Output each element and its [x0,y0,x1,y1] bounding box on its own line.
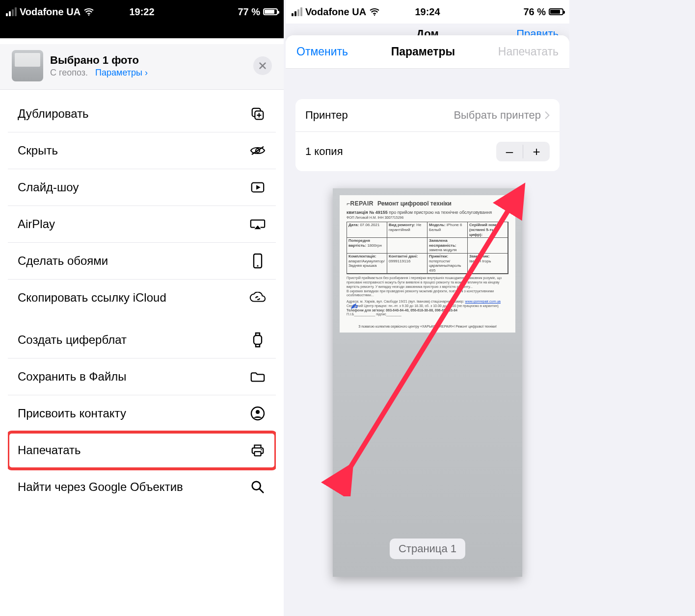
svg-point-14 [374,14,375,15]
doc-title: Ремонт цифрової техніки [377,200,452,208]
wifi-icon [83,8,94,16]
share-header: Выбрано 1 фото С геопоз. Параметры › [0,44,284,90]
print-preview[interactable]: ⌐REPAIR Ремонт цифрової техніки квитанці… [333,188,522,577]
search-icon [249,479,266,495]
action-google-lens[interactable]: Найти через Google Объектив [8,469,276,505]
status-bar-right: Vodafone UA 19:24 76 % [286,0,569,24]
play-box-icon [249,179,266,196]
cloud-link-icon [249,289,266,306]
copies-stepper: – + [496,142,550,161]
share-thumbnail [12,50,43,81]
svg-rect-11 [254,452,261,456]
copies-row: 1 копия – + [295,132,560,171]
svg-point-12 [261,449,262,450]
svg-point-0 [88,14,89,15]
folder-icon [249,368,266,385]
share-title: Выбрано 1 фото [50,54,148,67]
signal-icon [292,7,302,16]
page-badge: Страница 1 [390,539,465,559]
copies-label: 1 копия [305,145,343,158]
modal-title: Параметры [391,45,455,58]
action-copy-icloud-link[interactable]: Скопировать ссылку iCloud [8,280,276,316]
stepper-minus[interactable]: – [496,142,523,161]
action-save-to-files[interactable]: Сохранить в Файлы [8,359,276,395]
action-airplay[interactable]: AirPlay [8,206,276,243]
doc-brand: ⌐REPAIR [347,200,374,208]
modal-nav: Отменить Параметры Напечатать [286,35,569,69]
signature: ✍︎ [350,302,357,312]
battery-icon [263,8,278,15]
print-modal: Отменить Параметры Напечатать Принтер Вы… [286,35,569,616]
print-button[interactable]: Напечатать [498,45,559,58]
printer-label: Принтер [305,109,348,122]
eye-off-icon [249,142,266,159]
printer-value: Выбрать принтер [454,109,550,122]
chevron-right-icon [545,111,550,120]
svg-point-9 [256,410,260,414]
wifi-icon [369,8,380,16]
clock: 19:24 [415,6,440,18]
svg-point-6 [257,265,258,266]
airplay-icon [249,216,266,232]
carrier-label: Vodafone UA [20,6,80,18]
action-watchface[interactable]: Создать циферблат [8,322,276,359]
svg-rect-7 [254,335,262,344]
watch-icon [249,332,266,348]
share-actions-group-2: Создать циферблат Сохранить в Файлы Прис… [8,322,276,505]
status-bar-left: Vodafone UA 19:22 77 % [0,0,284,24]
action-hide[interactable]: Скрыть [8,132,276,169]
phone-icon [249,253,266,269]
battery-pct: 77 % [238,6,260,18]
duplicate-icon [249,105,266,122]
contact-icon [249,405,266,422]
printer-icon [249,442,266,459]
clock: 19:22 [129,6,154,18]
close-button[interactable] [253,56,272,75]
print-settings: Принтер Выбрать принтер 1 копия – + [295,99,560,171]
battery-icon [549,8,563,15]
share-actions-group-1: Дублировать Скрыть Слайд-шоу [8,96,276,316]
action-slideshow[interactable]: Слайд-шоу [8,169,276,206]
cancel-button[interactable]: Отменить [296,45,348,58]
signal-icon [6,7,17,16]
left-phone: Vodafone UA 19:22 77 % Выбрано 1 фото С … [0,0,284,616]
action-duplicate[interactable]: Дублировать [8,96,276,132]
stepper-plus[interactable]: + [523,142,550,161]
action-print[interactable]: Напечатать [8,432,276,469]
battery-pct: 76 % [523,6,546,18]
preview-page: ⌐REPAIR Ремонт цифрової техніки квитанці… [333,188,522,577]
printer-row[interactable]: Принтер Выбрать принтер [295,99,560,132]
carrier-label: Vodafone UA [305,6,366,18]
share-subtitle[interactable]: С геопоз. Параметры › [50,68,148,78]
document-content: ⌐REPAIR Ремонт цифрової техніки квитанці… [340,195,515,333]
action-wallpaper[interactable]: Сделать обоями [8,243,276,280]
action-assign-contact[interactable]: Присвоить контакту [8,395,276,432]
right-phone: Vodafone UA 19:24 76 % Дом Править Отмен… [286,0,569,616]
